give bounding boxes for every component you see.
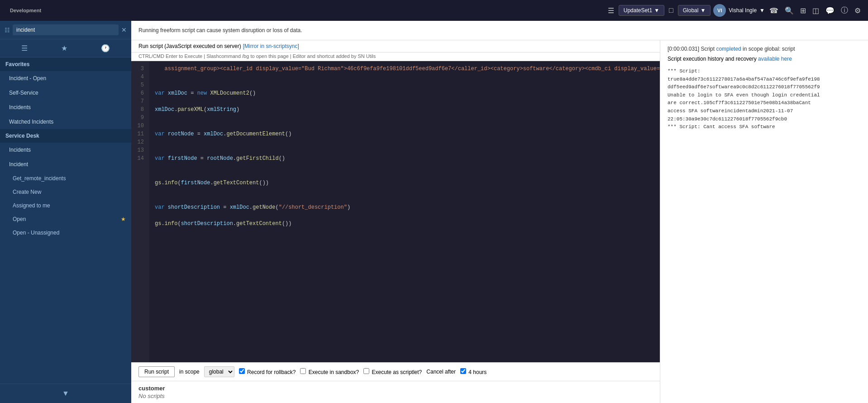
script-controls: Run script in scope global local Record … — [131, 362, 660, 381]
output-text: *** Script: true8a4dde73c6112278017a6a4b… — [668, 68, 820, 130]
sidebar-item-incident[interactable]: Incident — [0, 157, 131, 172]
list-tab[interactable]: ☰ — [18, 42, 31, 54]
window-icon[interactable]: □ — [667, 5, 675, 16]
split-view-icon[interactable]: ◫ — [811, 5, 821, 17]
sandbox-checkbox[interactable] — [300, 368, 306, 374]
exec-history-link[interactable]: available here — [758, 56, 792, 62]
nav-icons: ☰ UpdateSet1 ▼ □ Global ▼ VI Vishal Ingl… — [606, 4, 863, 17]
rollback-checkbox[interactable] — [239, 368, 245, 374]
sidebar-item-label: Incidents — [9, 104, 31, 110]
scope-button[interactable]: Global ▼ — [678, 5, 711, 16]
avatar: VI — [713, 4, 726, 17]
sidebar-item-self-service[interactable]: Self-Service — [0, 86, 131, 100]
sidebar-item-get-remote[interactable]: Get_remote_incidents — [0, 172, 131, 185]
star-icon: ★ — [121, 216, 126, 222]
line-numbers: 3 4 5 6 7 8 9 10 11 12 13 14 — [131, 61, 149, 362]
exec-status: [0:00:00.031] Script completed in scope … — [668, 46, 861, 52]
search-icon[interactable]: 🔍 — [783, 5, 796, 17]
sidebar-item-label: Self-Service — [9, 90, 38, 96]
service-desk-section-header[interactable]: Service Desk — [0, 129, 131, 143]
sidebar-item-label: Open — [13, 216, 26, 222]
chevron-down-icon3: ▼ — [759, 7, 765, 14]
sidebar-item-create-new[interactable]: Create New — [0, 185, 131, 199]
scriptlet-checkbox[interactable] — [363, 368, 369, 374]
scriptlet-label-text: Execute as scriptlet? — [372, 369, 422, 375]
run-script-button[interactable]: Run script — [138, 366, 175, 377]
sidebar-bottom: ▼ — [0, 384, 131, 403]
favorites-tab[interactable]: ★ — [57, 42, 71, 54]
code-editor[interactable]: 3 4 5 6 7 8 9 10 11 12 13 14 assignment_… — [131, 61, 660, 362]
rollback-label-text: Record for rollback? — [247, 369, 296, 375]
sidebar-tabs: ☰ ★ 🕐 — [0, 39, 131, 58]
sandbox-label: Execute in sandbox? — [300, 368, 359, 375]
favorites-label: Favorites — [5, 61, 29, 67]
service-desk-label: Service Desk — [5, 133, 39, 139]
sidebar-content: Favorites Incident - Open Self-Service I… — [0, 58, 131, 384]
phone-icon[interactable]: ☎ — [768, 5, 780, 17]
user-name: Vishal Ingle — [729, 7, 757, 14]
content-header: Running freeform script can cause system… — [131, 21, 868, 40]
script-panel: Run script (JavaScript executed on serve… — [131, 40, 660, 403]
filter-icon: ☷ — [5, 27, 10, 34]
chat-icon[interactable]: 💬 — [824, 5, 836, 17]
run-script-label: Run script (JavaScript executed on serve… — [138, 43, 241, 49]
settings-icon[interactable]: ⚙ — [853, 5, 863, 17]
user-menu[interactable]: VI Vishal Ingle ▼ — [713, 4, 765, 17]
sidebar-item-incident-open[interactable]: Incident - Open — [0, 71, 131, 86]
favorites-section-header[interactable]: Favorites — [0, 58, 131, 71]
update-set-label: UpdateSet1 — [624, 7, 652, 14]
mirror-link[interactable]: [Mirror in sn-scriptsync] — [243, 43, 299, 49]
sidebar-item-label: Incidents — [9, 147, 31, 153]
scope-label: Global — [683, 7, 699, 14]
sidebar-toggle-button[interactable]: ☰ — [606, 5, 616, 17]
in-scope-label: in scope — [179, 369, 200, 375]
grid-icon[interactable]: ⊞ — [798, 5, 808, 17]
sidebar-item-open-unassigned[interactable]: Open - Unassigned — [0, 226, 131, 240]
env-label: Development — [10, 8, 41, 13]
sidebar-item-label: Incident - Open — [9, 75, 46, 82]
warning-bar: Running freeform script can cause system… — [138, 24, 861, 36]
sidebar-item-label: Watched Incidents — [9, 119, 53, 125]
history-tab[interactable]: 🕐 — [97, 42, 114, 54]
top-navigation: servicenow Development ☰ UpdateSet1 ▼ □ … — [0, 0, 868, 21]
code-content[interactable]: assignment_group><caller_id display_valu… — [149, 61, 660, 362]
hours-label: 4 hours — [460, 368, 486, 375]
brand-logo: servicenow Development — [5, 8, 41, 13]
exec-history-label: Script execution history and recovery — [668, 56, 757, 62]
chevron-down-icon2: ▼ — [700, 7, 706, 14]
rollback-label: Record for rollback? — [239, 368, 296, 375]
sidebar: ☷ ✕ ☰ ★ 🕐 Favorites Incident - Open Self… — [0, 21, 131, 403]
chevron-down-icon: ▼ — [654, 7, 659, 14]
search-input[interactable] — [13, 24, 119, 35]
hours-label-text: 4 hours — [468, 369, 486, 375]
exec-status-text: [0:00:00.031] Script completed in scope … — [668, 46, 795, 52]
help-icon[interactable]: ⓘ — [839, 4, 850, 17]
customer-section: customer No scripts — [131, 381, 660, 403]
scope-select[interactable]: global local — [204, 366, 234, 377]
script-output: *** Script: true8a4dde73c6112278017a6a4b… — [668, 67, 861, 131]
sandbox-label-text: Execute in sandbox? — [309, 369, 359, 375]
sidebar-search-bar: ☷ ✕ — [0, 21, 131, 39]
run-script-header: Run script (JavaScript executed on serve… — [131, 40, 660, 53]
sidebar-item-incidents-sd[interactable]: Incidents — [0, 143, 131, 157]
sidebar-item-label: Incident — [9, 161, 28, 168]
customer-label: customer — [138, 385, 653, 392]
sidebar-item-label: Open - Unassigned — [13, 230, 59, 236]
clear-search-button[interactable]: ✕ — [121, 26, 127, 34]
sidebar-item-label: Get_remote_incidents — [13, 175, 66, 182]
exec-history: Script execution history and recovery av… — [668, 56, 861, 62]
sidebar-item-label: Assigned to me — [13, 202, 50, 209]
sidebar-item-watched-incidents[interactable]: Watched Incidents — [0, 115, 131, 129]
customer-value: No scripts — [138, 393, 653, 399]
hint-bar: CTRL/CMD Enter to Execute | Slashcommand… — [131, 53, 660, 61]
hours-checkbox[interactable] — [460, 368, 466, 374]
scroll-down-button[interactable]: ▼ — [62, 389, 69, 398]
right-panel: [0:00:00.031] Script completed in scope … — [660, 40, 868, 403]
sidebar-item-label: Create New — [13, 189, 41, 195]
cancel-label: Cancel after — [426, 369, 456, 375]
update-set-button[interactable]: UpdateSet1 ▼ — [619, 5, 664, 16]
scriptlet-label: Execute as scriptlet? — [363, 368, 422, 375]
sidebar-item-open[interactable]: Open ★ — [0, 212, 131, 226]
sidebar-item-assigned-to-me[interactable]: Assigned to me — [0, 199, 131, 212]
sidebar-item-incidents-fav[interactable]: Incidents — [0, 100, 131, 115]
